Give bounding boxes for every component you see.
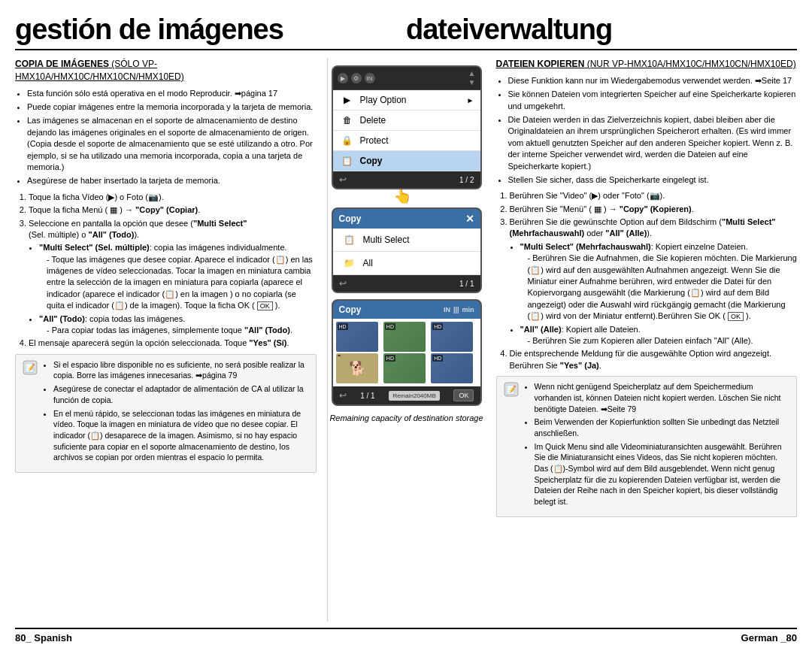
thumb-5[interactable]: HD (383, 353, 426, 383)
screen2-header: Copy ✕ (333, 209, 480, 229)
right-dash-2: Berühren Sie zum Kopieren aller Dateien … (528, 335, 798, 347)
page: gestión de imágenes dateiverwaltung COPI… (0, 0, 812, 651)
multiselect-label: Multi Select (363, 235, 410, 245)
right-note-1: Wenn nicht genügend Speicherplatz auf de… (535, 381, 791, 414)
footer-left: 80_ Spanish (15, 632, 72, 643)
right-note-3: Im Quick Menu sind alle Videominiaturans… (535, 441, 791, 507)
thumb-2-label: HD (385, 323, 395, 330)
thumb-3-label: HD (432, 323, 443, 330)
screen3-card-label: ||| (453, 306, 459, 313)
note-icon-left: 📝 (22, 359, 38, 376)
thumb-6-label: HD (432, 355, 443, 362)
play-option-icon: ▶ (339, 94, 356, 106)
thumb-6[interactable]: HD (431, 353, 473, 383)
svg-text:📝: 📝 (25, 362, 35, 373)
left-step-1: Toque la ficha Vídeo (▶) o Foto (📷). (29, 192, 317, 203)
svg-text:📝: 📝 (506, 384, 517, 395)
protect-icon: 🔒 (339, 135, 356, 147)
screen1-nav[interactable]: ▲ ▼ (468, 70, 476, 86)
note-icon-right: 📝 (503, 381, 520, 398)
right-heading-sub: (NUR VP-HMX10A/HMX10C/HMX10CN/HMX10ED) (584, 59, 795, 69)
page-header: gestión de imágenes dateiverwaltung (15, 14, 797, 50)
copy-label: Copy (360, 156, 383, 166)
right-step-4: Die entsprechende Meldung für die ausgew… (510, 348, 798, 371)
left-step-4: El mensaje aparecerá según la opción sel… (29, 338, 317, 349)
screen2-footer: ↩ 1 / 1 (333, 275, 480, 292)
screen2-back[interactable]: ↩ (339, 278, 347, 289)
screen3-min-label: min (462, 306, 474, 313)
page-footer: 80_ Spanish German _80 (15, 628, 797, 643)
left-heading: COPIA DE IMÁGENES (15, 59, 109, 69)
thumb-3[interactable]: HD (431, 322, 473, 352)
right-section-title: DATEIEN KOPIEREN (NUR VP-HMX10A/HMX10C/H… (496, 58, 798, 71)
play-option-label: Play Option (360, 95, 407, 105)
screen2-close[interactable]: ✕ (465, 213, 474, 225)
left-dash-multiselect: Toque las imágenes que desee copiar. Apa… (39, 254, 317, 312)
screen-copy-options: Copy ✕ 📋 Multi Select 📁 All ↩ 1 / 1 (332, 207, 482, 293)
screen2-title: Copy (339, 213, 362, 224)
left-note-1: Si el espacio libre disponible no es suf… (53, 359, 310, 381)
left-step-3: Seleccione en pantalla la opción que des… (29, 218, 317, 337)
option-multiselect[interactable]: 📋 Multi Select (333, 229, 480, 252)
left-section-title: COPIA DE IMÁGENES (SÓLO VP-HMX10A/HMX10C… (15, 58, 317, 83)
right-bullet-3: Die Dateien werden in das Zielverzeichni… (508, 114, 798, 172)
screen1-body: ▶ Play Option ► 🗑 Delete 🔒 Protect 📋 (333, 90, 480, 171)
all-label: All (363, 258, 373, 268)
right-bullet-1: Diese Funktion kann nur im Wiedergabemod… (508, 75, 798, 86)
right-step-3: Berühren Sie die gewünschte Option auf d… (510, 216, 798, 347)
screen1-header: ▶ ⚙ IN ▲ ▼ (333, 67, 480, 90)
screen3-header-icons: IN ||| min (444, 306, 474, 313)
screen1-footer: ↩ 1 / 2 (333, 171, 480, 188)
screen2-body: 📋 Multi Select 📁 All (333, 229, 480, 275)
footer-right: German _80 (741, 632, 797, 643)
screen3-page: 1 / 1 (360, 392, 374, 400)
protect-label: Protect (360, 135, 389, 146)
screen1-down-arrow[interactable]: ▼ (468, 79, 476, 86)
left-note-3: En el menú rápido, se seleccionan todas … (53, 408, 310, 463)
screen3-back[interactable]: ↩ (339, 390, 347, 401)
menu-protect[interactable]: 🔒 Protect (333, 131, 480, 151)
thumb-1-label: HD (338, 323, 348, 330)
right-sub-multiselect: "Multi Select" (Mehrfachauswahl): Kopier… (520, 241, 798, 322)
thumb-1[interactable]: HD (336, 322, 378, 352)
remain-bar: Remain2040MB (389, 391, 439, 401)
menu-play-option[interactable]: ▶ Play Option ► (333, 90, 480, 111)
screen1-page: 1 / 2 (459, 176, 474, 184)
screen2-page: 1 / 1 (459, 280, 474, 288)
screen-thumbnails: Copy IN ||| min HD HD HD (332, 299, 482, 406)
left-bullets: Esta función sólo está operativa en el m… (15, 88, 317, 187)
menu-copy[interactable]: 📋 Copy (333, 151, 480, 171)
screen1-icon-cam: ▶ (338, 73, 348, 83)
screen3-footer: ↩ 1 / 1 Remain2040MB OK (333, 386, 480, 404)
screen1-footer-nav[interactable]: ↩ (339, 174, 347, 185)
right-bullets: Diese Funktion kann nur im Wiedergabemod… (496, 75, 798, 186)
left-note-box: 📝 Si el espacio libre disponible no es s… (15, 354, 317, 473)
left-sub-multiselect: "Multi Select" (Sel. múltiple): copia la… (39, 242, 317, 311)
delete-icon: 🗑 (339, 114, 356, 126)
screen3-title: Copy (339, 304, 362, 315)
thumb-2[interactable]: HD (383, 322, 426, 352)
thumb-4[interactable]: 🐕 (336, 353, 378, 383)
ok-button[interactable]: OK (453, 389, 474, 401)
left-bullet-3: Las imágenes se almacenan en el soporte … (27, 115, 317, 173)
multiselect-icon: 📋 (342, 234, 357, 246)
left-steps: Toque la ficha Vídeo (▶) o Foto (📷). Toq… (15, 192, 317, 350)
right-step-1: Berühren Sie "Video" (▶) oder "Foto" (📷)… (510, 190, 798, 201)
right-bullet-2: Sie können Dateien vom integrierten Spei… (508, 89, 798, 112)
play-option-arrow: ► (467, 96, 474, 104)
right-bullet-4: Stellen Sie sicher, dass die Speicherkar… (508, 174, 798, 186)
left-column: COPIA DE IMÁGENES (SÓLO VP-HMX10A/HMX10C… (15, 58, 328, 622)
left-dash-all: Para copiar todas las imágenes, simpleme… (39, 325, 317, 336)
right-step-2: Berühren Sie "Menü" ( ▦ ) → "Copy" (Kopi… (510, 204, 798, 215)
left-note-2: Asegúrese de conectar el adaptador de al… (53, 383, 310, 405)
right-dash-multiselect: Berühren Sie die Aufnahmen, die Sie kopi… (520, 253, 798, 322)
all-icon: 📁 (342, 257, 357, 269)
screen1-up-arrow[interactable]: ▲ (468, 70, 476, 77)
right-dash-all: Berühren Sie zum Kopieren aller Dateien … (520, 335, 798, 347)
left-bullet-2: Puede copiar imágenes entre la memoria i… (27, 101, 317, 113)
option-all[interactable]: 📁 All (333, 252, 480, 275)
left-bullet-1: Esta función sólo está operativa en el m… (27, 88, 317, 99)
back-icon[interactable]: ↩ (339, 174, 347, 185)
menu-delete[interactable]: 🗑 Delete (333, 111, 480, 131)
right-steps: Berühren Sie "Video" (▶) oder "Foto" (📷)… (496, 190, 798, 371)
